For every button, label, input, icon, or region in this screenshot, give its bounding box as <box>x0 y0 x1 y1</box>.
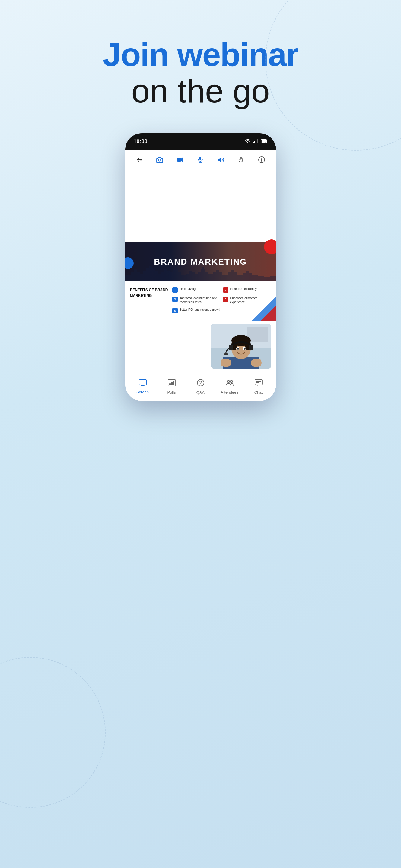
svg-rect-47 <box>255 379 262 385</box>
svg-marker-13 <box>218 158 221 162</box>
slide-corner-decoration <box>252 297 276 321</box>
svg-point-33 <box>244 348 246 350</box>
nav-label-polls: Polls <box>167 390 176 395</box>
hero-title-black: on the go <box>0 73 401 109</box>
battery-icon <box>261 139 268 144</box>
svg-rect-40 <box>169 383 171 385</box>
attendees-icon <box>225 379 234 388</box>
camera-switch-button[interactable] <box>154 154 165 165</box>
nav-item-polls[interactable]: Polls <box>161 379 182 395</box>
nav-item-qa[interactable]: Q&A <box>190 379 211 395</box>
nav-label-screen: Screen <box>136 390 149 394</box>
back-button[interactable] <box>134 154 145 165</box>
svg-rect-10 <box>199 157 201 160</box>
video-button[interactable] <box>174 154 186 165</box>
svg-point-0 <box>247 142 248 143</box>
slide-container: BRAND MARKETING BENEFITS OF BRAND MARKET… <box>125 242 276 374</box>
benefit-num-2: 2 <box>223 287 228 293</box>
chat-icon <box>255 379 262 388</box>
polls-icon <box>168 379 176 388</box>
benefit-item-1: 1 Time saving <box>172 287 221 293</box>
svg-point-32 <box>237 348 239 350</box>
info-button[interactable] <box>256 154 267 165</box>
phone-wrapper: 10:00 <box>0 133 401 401</box>
svg-point-16 <box>261 158 262 159</box>
hero-section: Join webinar on the go <box>0 0 401 127</box>
benefit-text-5: Better ROI and revenue growth <box>179 308 221 312</box>
content-area <box>125 170 276 242</box>
svg-point-45 <box>227 380 230 383</box>
benefit-text-3: Improved lead nurturing and conversion r… <box>179 296 221 304</box>
slide-left-title: BENEFITS OF BRAND MARKETING <box>130 288 168 298</box>
svg-point-8 <box>159 159 161 161</box>
nav-label-attendees: Attendees <box>221 390 238 395</box>
svg-rect-29 <box>224 353 228 355</box>
slide-header: BRAND MARKETING <box>125 242 276 281</box>
nav-item-chat[interactable]: Chat <box>248 379 269 395</box>
svg-rect-9 <box>177 158 181 161</box>
nav-label-qa: Q&A <box>196 390 205 395</box>
benefit-num-3: 3 <box>172 297 178 302</box>
wifi-icon <box>245 138 251 144</box>
bottom-navigation: Screen Polls <box>125 374 276 401</box>
slide-title: BRAND MARKETING <box>154 257 247 267</box>
nav-item-screen[interactable]: Screen <box>132 379 153 394</box>
qa-icon <box>197 379 205 389</box>
phone-device: 10:00 <box>125 133 276 401</box>
slide-body: BENEFITS OF BRAND MARKETING 1 Time savin… <box>125 281 276 321</box>
svg-rect-41 <box>171 382 173 385</box>
status-time: 10:00 <box>134 138 147 145</box>
deco-circle-bottom-left <box>0 657 106 808</box>
benefit-text-1: Time saving <box>179 287 196 291</box>
video-thumbnail <box>211 324 271 369</box>
svg-rect-27 <box>229 345 233 350</box>
svg-rect-28 <box>249 345 253 350</box>
svg-rect-7 <box>140 158 142 161</box>
svg-rect-3 <box>256 140 256 143</box>
nav-item-attendees[interactable]: Attendees <box>219 379 240 395</box>
person-avatar <box>211 324 271 369</box>
benefit-num-4: 4 <box>223 297 228 302</box>
svg-rect-42 <box>173 381 174 385</box>
slide-left-panel: BENEFITS OF BRAND MARKETING <box>130 287 169 313</box>
status-icons <box>245 138 268 144</box>
svg-rect-37 <box>258 359 261 366</box>
benefit-item-3: 3 Improved lead nurturing and conversion… <box>172 296 221 304</box>
hand-button[interactable] <box>236 154 247 165</box>
nav-label-chat: Chat <box>254 390 262 395</box>
toolbar <box>125 150 276 170</box>
svg-rect-4 <box>257 139 258 143</box>
mic-button[interactable] <box>195 154 206 165</box>
hero-title-blue: Join webinar <box>0 36 401 73</box>
svg-rect-35 <box>221 359 224 366</box>
svg-point-46 <box>230 380 233 383</box>
benefit-text-2: Increased efficiency <box>230 287 257 291</box>
svg-rect-6 <box>262 140 265 143</box>
signal-icon <box>253 138 259 144</box>
benefit-num-5: 5 <box>172 308 178 313</box>
svg-point-44 <box>200 384 201 385</box>
speaker-button[interactable] <box>215 154 227 165</box>
svg-rect-1 <box>253 142 254 143</box>
svg-rect-38 <box>139 380 146 385</box>
screen-icon <box>139 379 147 388</box>
video-thumbnail-area <box>125 321 276 374</box>
benefit-item-2: 2 Increased efficiency <box>223 287 271 293</box>
benefit-num-1: 1 <box>172 287 178 293</box>
status-bar: 10:00 <box>125 133 276 150</box>
svg-rect-2 <box>254 141 255 143</box>
